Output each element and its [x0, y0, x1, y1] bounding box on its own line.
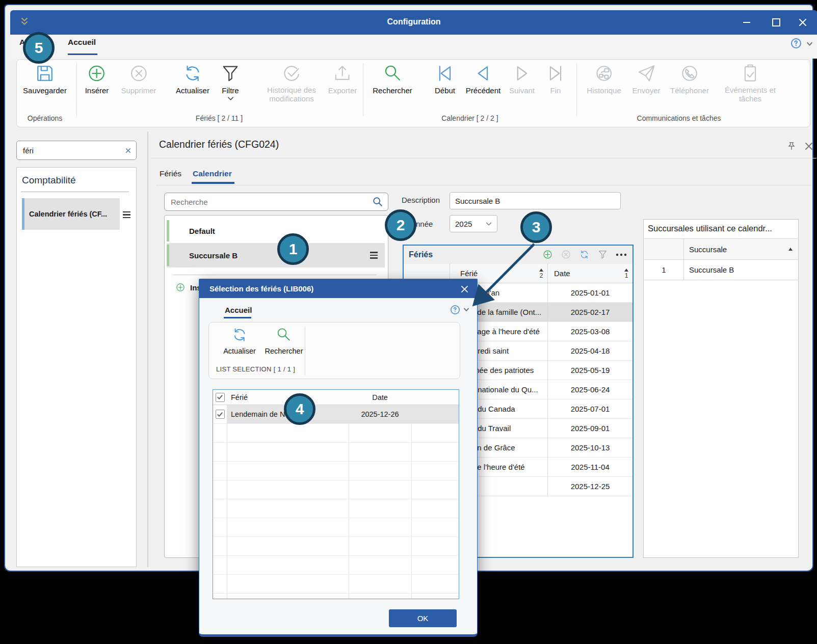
sidebar-item-calendrier-feries[interactable]: Calendrier fériés (CF...	[22, 198, 120, 230]
search-icon	[381, 62, 404, 85]
date-column-header[interactable]: Date 1	[548, 264, 632, 283]
row-number-column-header[interactable]	[644, 239, 684, 259]
sidebar-panel: Comptabilité Calendrier fériés (CF...	[16, 167, 137, 567]
row-checkbox[interactable]	[216, 410, 225, 419]
maximize-icon	[772, 18, 780, 26]
succursales-box: Succursales utilisant ce calendr... Succ…	[643, 219, 799, 558]
dialog-close-button[interactable]	[458, 282, 471, 296]
table-row[interactable]: Lendemain de Noël 2025-12-26	[213, 405, 459, 424]
delete-button[interactable]: Supprimer	[121, 62, 156, 95]
close-icon	[805, 142, 813, 150]
send-button[interactable]: Envoyer	[632, 62, 660, 95]
list-item-default[interactable]: Default	[167, 219, 385, 243]
list-item-succursale-b[interactable]: Succursale B	[167, 243, 385, 267]
chevron-down-icon[interactable]	[806, 41, 813, 47]
insert-button[interactable]: Insérer	[85, 62, 109, 95]
empty-row	[213, 575, 459, 594]
tab-accueil[interactable]: Accueil	[68, 38, 96, 47]
menu-icon[interactable]	[370, 252, 378, 258]
help-icon[interactable]	[450, 305, 460, 315]
empty-row	[213, 537, 459, 556]
date-column-header[interactable]: Date	[349, 390, 411, 405]
history-modifications-button[interactable]: Historique des modifications	[257, 62, 326, 103]
pin-panel-button[interactable]	[786, 141, 797, 152]
group-separator	[576, 63, 577, 116]
clear-search-icon[interactable]	[125, 146, 131, 155]
help-icon[interactable]	[790, 38, 802, 49]
previous-record-button[interactable]: Précédent	[466, 62, 500, 95]
minimize-icon	[743, 22, 750, 23]
search-button[interactable]: Rechercher	[373, 62, 412, 95]
check-icon	[217, 412, 223, 417]
search-icon[interactable]	[373, 197, 383, 207]
close-panel-button[interactable]	[803, 141, 814, 152]
callout-badge-4: 4	[284, 393, 315, 425]
refresh-button[interactable]: Actualiser	[176, 62, 209, 95]
more-icon[interactable]	[615, 250, 627, 259]
divider	[151, 158, 816, 158]
minimize-button[interactable]	[735, 10, 758, 35]
empty-row	[213, 424, 459, 443]
save-button[interactable]: Sauvegarder	[23, 62, 67, 95]
succursale-column-header[interactable]: Succursale	[684, 239, 798, 259]
comm-history-icon	[593, 62, 615, 85]
refresh-icon	[181, 62, 204, 85]
chevron-down-icon	[227, 96, 234, 101]
maximize-button[interactable]	[765, 10, 788, 35]
tab-feries[interactable]: Fériés	[160, 169, 181, 178]
chevron-down-icon[interactable]	[463, 307, 469, 312]
last-record-button[interactable]: Fin	[544, 62, 567, 95]
divider	[156, 185, 812, 185]
close-icon	[799, 18, 807, 26]
sidebar-search-input[interactable]	[22, 146, 125, 155]
sidebar-item-label: Calendrier fériés (CF...	[29, 210, 107, 218]
window-title: Configuration	[387, 17, 441, 26]
close-button[interactable]	[791, 10, 814, 35]
comm-history-button[interactable]: Historique	[587, 62, 621, 95]
dialog-ribbon: Actualiser Rechercher LIST SELECTION [ 1…	[208, 322, 460, 379]
feries-box-header: Fériés	[404, 246, 632, 264]
calendar-search-input[interactable]	[170, 197, 373, 207]
add-icon[interactable]	[542, 249, 554, 260]
events-tasks-button[interactable]: Événements et tâches	[721, 62, 780, 103]
year-dropdown[interactable]: 2025	[450, 215, 497, 232]
active-tab-underline	[68, 53, 97, 55]
first-record-button[interactable]: Début	[434, 62, 456, 95]
succursales-box-title: Succursales utilisant ce calendr...	[648, 224, 772, 233]
dialog-tab-accueil[interactable]: Accueil	[225, 306, 252, 314]
calendar-search	[164, 193, 388, 211]
remove-icon[interactable]	[560, 249, 572, 260]
phone-button[interactable]: Téléphoner	[670, 62, 709, 95]
next-record-button[interactable]: Suivant	[509, 62, 535, 95]
quick-access-icon[interactable]	[19, 17, 30, 27]
dialog-group-caption: LIST SELECTION [ 1 / 1 ]	[216, 365, 295, 373]
callout-badge-3: 3	[520, 211, 552, 243]
refresh-icon[interactable]	[578, 249, 590, 260]
tab-calendrier[interactable]: Calendrier	[193, 169, 232, 178]
select-all-checkbox[interactable]	[216, 393, 225, 402]
filter-icon[interactable]	[597, 249, 609, 260]
panel-splitter[interactable]	[147, 131, 148, 567]
dialog-search-button[interactable]: Rechercher	[265, 326, 303, 355]
empty-row	[213, 462, 459, 480]
ok-button[interactable]: OK	[389, 609, 457, 627]
table-header-row: Férié Date	[213, 390, 459, 405]
delete-icon	[127, 62, 150, 85]
pin-icon	[787, 142, 796, 151]
active-tab-underline	[192, 182, 234, 184]
add-icon	[175, 282, 186, 293]
table-row[interactable]: 1 Succursale B	[644, 260, 798, 280]
export-button[interactable]: Exporter	[328, 62, 357, 95]
description-field[interactable]: Succursale B	[450, 192, 621, 209]
close-icon	[461, 285, 468, 293]
calendar-name: Default	[189, 227, 215, 235]
empty-row	[213, 480, 459, 499]
sidebar-section-title: Comptabilité	[22, 175, 76, 186]
dialog-refresh-button[interactable]: Actualiser	[223, 326, 256, 355]
history-check-icon	[280, 62, 303, 85]
page-title: Calendrier fériés (CFG024)	[159, 139, 279, 150]
previous-icon	[472, 62, 494, 85]
filter-button[interactable]: Filtre	[219, 62, 242, 101]
menu-icon[interactable]	[123, 211, 130, 218]
dialog-table: Férié Date Lendemain de Noël 2025-12-26	[213, 389, 459, 599]
